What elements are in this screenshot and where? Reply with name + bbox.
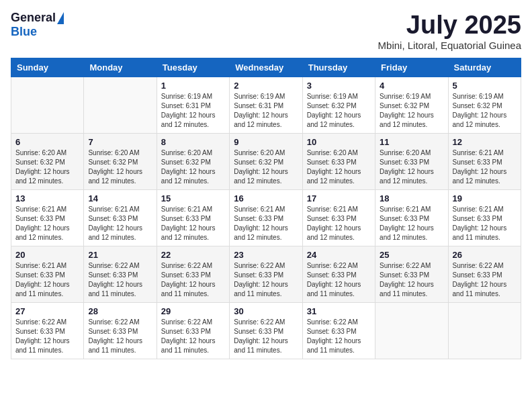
day-info: Sunrise: 6:20 AM Sunset: 6:33 PM Dayligh… [307, 148, 371, 186]
logo-triangle-icon [57, 12, 64, 24]
day-number: 30 [234, 306, 298, 316]
day-number: 13 [15, 193, 79, 203]
day-number: 31 [307, 306, 371, 316]
day-number: 17 [307, 193, 371, 203]
calendar-header-sunday: Sunday [11, 58, 84, 77]
calendar-week-1: 1Sunrise: 6:19 AM Sunset: 6:31 PM Daylig… [11, 77, 521, 134]
day-info: Sunrise: 6:20 AM Sunset: 6:33 PM Dayligh… [380, 148, 443, 186]
calendar-cell: 3Sunrise: 6:19 AM Sunset: 6:32 PM Daylig… [302, 77, 375, 134]
day-info: Sunrise: 6:22 AM Sunset: 6:33 PM Dayligh… [88, 261, 152, 299]
logo: General Blue [11, 11, 64, 39]
day-number: 24 [307, 250, 371, 260]
day-info: Sunrise: 6:21 AM Sunset: 6:33 PM Dayligh… [380, 205, 443, 242]
day-number: 20 [15, 250, 79, 260]
day-number: 28 [88, 306, 152, 316]
day-number: 1 [161, 81, 225, 91]
calendar-cell: 29Sunrise: 6:22 AM Sunset: 6:33 PM Dayli… [157, 303, 229, 359]
day-number: 29 [161, 306, 225, 316]
day-info: Sunrise: 6:21 AM Sunset: 6:33 PM Dayligh… [161, 205, 225, 242]
calendar-cell: 23Sunrise: 6:22 AM Sunset: 6:33 PM Dayli… [230, 246, 302, 303]
calendar-cell: 27Sunrise: 6:22 AM Sunset: 6:33 PM Dayli… [11, 303, 84, 359]
calendar-header-tuesday: Tuesday [157, 58, 229, 77]
calendar-header-friday: Friday [375, 58, 448, 77]
logo-blue-text: Blue [11, 25, 37, 39]
calendar-cell: 7Sunrise: 6:20 AM Sunset: 6:32 PM Daylig… [84, 134, 157, 190]
day-info: Sunrise: 6:22 AM Sunset: 6:33 PM Dayligh… [15, 318, 79, 355]
day-info: Sunrise: 6:21 AM Sunset: 6:33 PM Dayligh… [234, 205, 298, 242]
day-info: Sunrise: 6:19 AM Sunset: 6:32 PM Dayligh… [453, 92, 517, 130]
calendar-header-saturday: Saturday [448, 58, 521, 77]
day-info: Sunrise: 6:20 AM Sunset: 6:32 PM Dayligh… [15, 148, 79, 186]
calendar-cell: 30Sunrise: 6:22 AM Sunset: 6:33 PM Dayli… [230, 303, 302, 359]
calendar-header-thursday: Thursday [302, 58, 375, 77]
calendar-cell: 8Sunrise: 6:20 AM Sunset: 6:32 PM Daylig… [157, 134, 229, 190]
day-info: Sunrise: 6:21 AM Sunset: 6:33 PM Dayligh… [15, 205, 79, 242]
calendar-cell [11, 77, 84, 134]
day-number: 18 [380, 193, 443, 203]
calendar-cell: 26Sunrise: 6:22 AM Sunset: 6:33 PM Dayli… [448, 246, 521, 303]
calendar-cell: 6Sunrise: 6:20 AM Sunset: 6:32 PM Daylig… [11, 134, 84, 190]
calendar-cell: 17Sunrise: 6:21 AM Sunset: 6:33 PM Dayli… [302, 190, 375, 246]
day-number: 10 [307, 137, 371, 147]
calendar-cell: 12Sunrise: 6:21 AM Sunset: 6:33 PM Dayli… [448, 134, 521, 190]
calendar-cell: 11Sunrise: 6:20 AM Sunset: 6:33 PM Dayli… [375, 134, 448, 190]
calendar-cell: 14Sunrise: 6:21 AM Sunset: 6:33 PM Dayli… [84, 190, 157, 246]
day-number: 4 [380, 81, 443, 91]
calendar-cell: 22Sunrise: 6:22 AM Sunset: 6:33 PM Dayli… [157, 246, 229, 303]
day-info: Sunrise: 6:21 AM Sunset: 6:33 PM Dayligh… [453, 205, 517, 242]
calendar-cell: 28Sunrise: 6:22 AM Sunset: 6:33 PM Dayli… [84, 303, 157, 359]
day-number: 11 [380, 137, 443, 147]
day-info: Sunrise: 6:22 AM Sunset: 6:33 PM Dayligh… [234, 318, 298, 355]
day-number: 7 [88, 137, 152, 147]
day-info: Sunrise: 6:21 AM Sunset: 6:33 PM Dayligh… [88, 205, 152, 242]
calendar-header-wednesday: Wednesday [230, 58, 302, 77]
calendar-cell: 2Sunrise: 6:19 AM Sunset: 6:31 PM Daylig… [230, 77, 302, 134]
day-number: 21 [88, 250, 152, 260]
calendar-cell: 18Sunrise: 6:21 AM Sunset: 6:33 PM Dayli… [375, 190, 448, 246]
day-number: 22 [161, 250, 225, 260]
day-number: 9 [234, 137, 298, 147]
title-area: July 2025 Mbini, Litoral, Equatorial Gui… [378, 11, 521, 51]
day-number: 23 [234, 250, 298, 260]
day-info: Sunrise: 6:21 AM Sunset: 6:33 PM Dayligh… [453, 148, 517, 186]
day-info: Sunrise: 6:21 AM Sunset: 6:33 PM Dayligh… [307, 205, 371, 242]
calendar-header-row: SundayMondayTuesdayWednesdayThursdayFrid… [11, 58, 521, 77]
calendar-cell: 16Sunrise: 6:21 AM Sunset: 6:33 PM Dayli… [230, 190, 302, 246]
day-info: Sunrise: 6:22 AM Sunset: 6:33 PM Dayligh… [161, 261, 225, 299]
logo-general-text: General [11, 11, 56, 25]
calendar-cell: 24Sunrise: 6:22 AM Sunset: 6:33 PM Dayli… [302, 246, 375, 303]
day-number: 26 [453, 250, 517, 260]
calendar-week-5: 27Sunrise: 6:22 AM Sunset: 6:33 PM Dayli… [11, 303, 521, 359]
day-number: 12 [453, 137, 517, 147]
day-info: Sunrise: 6:19 AM Sunset: 6:31 PM Dayligh… [234, 92, 298, 130]
calendar-header-monday: Monday [84, 58, 157, 77]
calendar-week-4: 20Sunrise: 6:21 AM Sunset: 6:33 PM Dayli… [11, 246, 521, 303]
calendar-cell: 13Sunrise: 6:21 AM Sunset: 6:33 PM Dayli… [11, 190, 84, 246]
day-number: 2 [234, 81, 298, 91]
calendar-cell: 19Sunrise: 6:21 AM Sunset: 6:33 PM Dayli… [448, 190, 521, 246]
day-number: 25 [380, 250, 443, 260]
calendar-cell: 20Sunrise: 6:21 AM Sunset: 6:33 PM Dayli… [11, 246, 84, 303]
day-info: Sunrise: 6:22 AM Sunset: 6:33 PM Dayligh… [380, 261, 443, 299]
day-info: Sunrise: 6:19 AM Sunset: 6:32 PM Dayligh… [380, 92, 443, 130]
day-info: Sunrise: 6:19 AM Sunset: 6:31 PM Dayligh… [161, 92, 225, 130]
day-info: Sunrise: 6:22 AM Sunset: 6:33 PM Dayligh… [453, 261, 517, 299]
day-info: Sunrise: 6:22 AM Sunset: 6:33 PM Dayligh… [88, 318, 152, 355]
calendar-cell: 15Sunrise: 6:21 AM Sunset: 6:33 PM Dayli… [157, 190, 229, 246]
calendar-cell: 10Sunrise: 6:20 AM Sunset: 6:33 PM Dayli… [302, 134, 375, 190]
day-info: Sunrise: 6:22 AM Sunset: 6:33 PM Dayligh… [307, 318, 371, 355]
day-info: Sunrise: 6:19 AM Sunset: 6:32 PM Dayligh… [307, 92, 371, 130]
month-year-title: July 2025 [378, 11, 521, 40]
calendar-cell: 5Sunrise: 6:19 AM Sunset: 6:32 PM Daylig… [448, 77, 521, 134]
day-info: Sunrise: 6:22 AM Sunset: 6:33 PM Dayligh… [234, 261, 298, 299]
day-number: 19 [453, 193, 517, 203]
calendar-table: SundayMondayTuesdayWednesdayThursdayFrid… [11, 58, 521, 359]
calendar-cell: 1Sunrise: 6:19 AM Sunset: 6:31 PM Daylig… [157, 77, 229, 134]
day-info: Sunrise: 6:20 AM Sunset: 6:32 PM Dayligh… [88, 148, 152, 186]
day-info: Sunrise: 6:20 AM Sunset: 6:32 PM Dayligh… [161, 148, 225, 186]
calendar-week-2: 6Sunrise: 6:20 AM Sunset: 6:32 PM Daylig… [11, 134, 521, 190]
page-header: General Blue July 2025 Mbini, Litoral, E… [11, 11, 521, 51]
day-number: 16 [234, 193, 298, 203]
day-info: Sunrise: 6:22 AM Sunset: 6:33 PM Dayligh… [307, 261, 371, 299]
calendar-cell: 21Sunrise: 6:22 AM Sunset: 6:33 PM Dayli… [84, 246, 157, 303]
